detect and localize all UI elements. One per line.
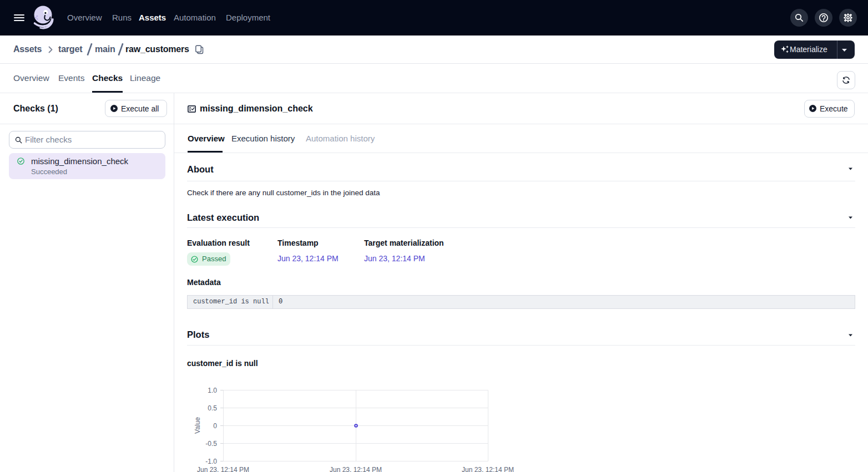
- svg-text:0.5: 0.5: [208, 404, 217, 412]
- svg-text:Jun 23, 12:14 PM: Jun 23, 12:14 PM: [330, 466, 382, 472]
- svg-text:1.0: 1.0: [208, 387, 217, 394]
- svg-text:-0.5: -0.5: [205, 440, 217, 448]
- svg-text:0: 0: [213, 422, 217, 430]
- svg-text:Jun 23, 12:14 PM: Jun 23, 12:14 PM: [197, 466, 249, 472]
- svg-text:Value: Value: [194, 417, 201, 434]
- svg-text:Jun 23, 12:14 PM: Jun 23, 12:14 PM: [462, 466, 514, 472]
- svg-text:-1.0: -1.0: [205, 458, 217, 465]
